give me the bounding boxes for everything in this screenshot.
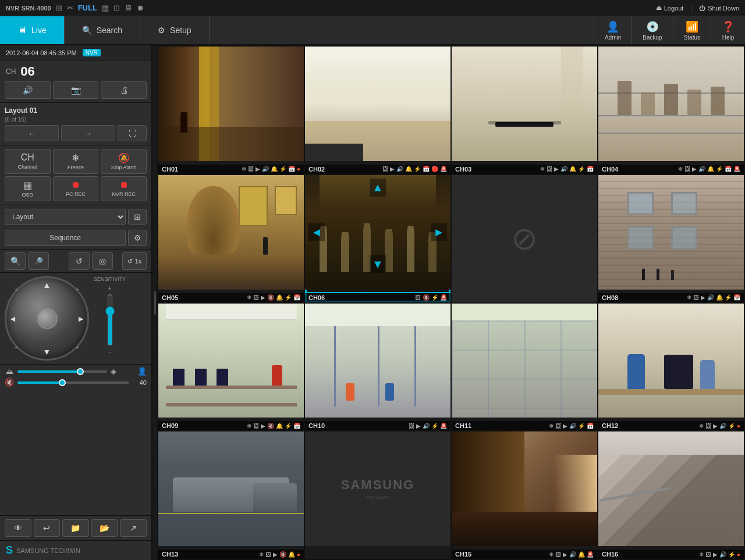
backup-button[interactable]: 💿 Backup bbox=[632, 16, 672, 44]
camera-cell-ch10[interactable]: CH10 🖼 ▶ 🔊 ⚡ 🚨 bbox=[305, 304, 450, 431]
ci6-img: 🖼 bbox=[415, 294, 421, 301]
ptz-tl: + bbox=[15, 286, 18, 293]
camera-cell-ch11[interactable]: CH11 ❄ 🖼 ▶ 🔊 ⚡ 📅 bbox=[452, 304, 597, 431]
brightness-slider[interactable] bbox=[17, 370, 107, 373]
topbar-icon-1[interactable]: ⊞ bbox=[56, 3, 62, 12]
cam-label-ch12: CH12 ❄ 🖼 ▶ 🔊 ⚡ ● bbox=[598, 421, 744, 430]
cam06-nav-right[interactable]: ► bbox=[431, 223, 447, 241]
topbar-icon-3[interactable]: FULL bbox=[78, 3, 97, 12]
folder-open-button[interactable]: 📁 bbox=[62, 519, 89, 537]
refresh-button[interactable]: ↺ bbox=[69, 252, 90, 270]
admin-button[interactable]: 👤 Admin bbox=[594, 16, 632, 44]
camera-cell-ch04[interactable]: CH04 ❄ 🖼 ▶ 🔊 🔔 ⚡ 📅 🚨 bbox=[598, 47, 744, 174]
ptz-wheel[interactable]: ▲ ▼ ◄ ► + + + + bbox=[5, 276, 89, 361]
ci-rec: ● bbox=[297, 166, 300, 172]
resize-handle[interactable] bbox=[152, 45, 157, 560]
speed-indicator: ↺ 1x bbox=[122, 252, 147, 270]
camera-cell-ch09[interactable]: CH09 ❄ 🖼 ▶ 🔇 🔔 ⚡ 📅 bbox=[158, 304, 304, 431]
camera-cell-ch12[interactable]: CH12 ❄ 🖼 ▶ 🔊 ⚡ ● bbox=[598, 304, 744, 431]
cam-label-ch08: CH08 ❄ 🖼 ▶ 🔊 🔔 ⚡ 📅 bbox=[598, 293, 744, 302]
ci5-play: ▶ bbox=[261, 294, 265, 301]
eye-button[interactable]: 👁 bbox=[5, 519, 31, 537]
pcrec-icon: ⏺ bbox=[71, 180, 80, 190]
layout-nav-row: ← → ⛶ bbox=[5, 125, 147, 141]
ci8-net: ⚡ bbox=[725, 294, 732, 301]
camera-cell-ch16[interactable]: CH16 ❄ 🖼 ▶ 🔊 ⚡ ● bbox=[598, 431, 744, 559]
layout-grid-button[interactable]: ⊞ bbox=[128, 209, 147, 225]
expand-button[interactable]: ⛶ bbox=[118, 125, 147, 141]
topbar-icon-2[interactable]: ✂ bbox=[67, 3, 73, 12]
sequence-config-button[interactable]: ⚙ bbox=[128, 230, 147, 246]
cam06-nav-up[interactable]: ▲ bbox=[370, 179, 386, 197]
tab-setup[interactable]: ⚙ Setup bbox=[140, 16, 210, 44]
ci9-play: ▶ bbox=[261, 423, 265, 429]
gear-icon: ⚙ bbox=[158, 26, 165, 35]
cam06-nav-left[interactable]: ◄ bbox=[308, 223, 325, 241]
search-icon: 🔍 bbox=[82, 26, 92, 35]
logout-button[interactable]: ⏏ Logout bbox=[656, 4, 684, 12]
status-button[interactable]: 📶 Status bbox=[673, 16, 711, 44]
prev-layout-button[interactable]: ← bbox=[5, 125, 59, 141]
snapshot-button[interactable]: 📷 bbox=[53, 81, 99, 99]
next-layout-button[interactable]: → bbox=[61, 125, 115, 141]
volume-slider[interactable] bbox=[17, 381, 129, 384]
pc-rec-button[interactable]: ⏺ PC REC bbox=[53, 176, 99, 201]
camera-cell-ch05[interactable]: CH05 ❄ 🖼 ▶ 🔇 🔔 ⚡ 📅 bbox=[158, 175, 304, 302]
tab-live[interactable]: 🖥 Live bbox=[0, 16, 65, 44]
topbar-icon-4[interactable]: ▦ bbox=[102, 3, 109, 12]
layout-sublabel: (6 of 16) bbox=[5, 116, 37, 123]
camera-cell-ch07[interactable]: ⊘ bbox=[452, 175, 597, 302]
topbar-icon-5[interactable]: ⊡ bbox=[113, 3, 120, 12]
tab-search[interactable]: 🔍 Search bbox=[65, 16, 140, 44]
camera-cell-ch03[interactable]: CH03 ❄ 🖼 ▶ 🔊 🔔 ⚡ 📅 bbox=[452, 47, 597, 174]
ci10-alarm: 🚨 bbox=[440, 423, 447, 429]
cam06-nav-down[interactable]: ▼ bbox=[370, 255, 386, 273]
ptz-down-button[interactable]: ▼ bbox=[43, 347, 51, 356]
samsung-logo-cam: SAMSUNG bbox=[341, 477, 414, 493]
stop-alarm-button[interactable]: 🔕 Stop Alarm bbox=[101, 149, 147, 174]
cam-label-ch01: CH01 ❄ 🖼 ▶ 🔊 🔔 ⚡ 📅 ● bbox=[158, 165, 304, 174]
audio-button[interactable]: 🔊 bbox=[5, 81, 51, 99]
nvr-rec-button[interactable]: ⏺ NVR REC bbox=[101, 176, 147, 201]
ci3-freeze: ❄ bbox=[540, 166, 545, 172]
ci4-img: 🖼 bbox=[684, 166, 690, 172]
ptz-left-button[interactable]: ◄ bbox=[9, 314, 17, 323]
ptz-control[interactable]: ▲ ▼ ◄ ► + + + + bbox=[5, 276, 89, 361]
cam-label-ch11: CH11 ❄ 🖼 ▶ 🔊 ⚡ 📅 bbox=[452, 421, 597, 430]
layout-select[interactable]: Layout Layout 01 Layout 02 bbox=[5, 209, 126, 225]
camera-cell-ch02[interactable]: CH02 🖼 ▶ 🔊 🔔 ⚡ 📅 🔴 🚨 bbox=[305, 47, 450, 174]
ptz-right-button[interactable]: ► bbox=[77, 314, 85, 323]
ptz-center-button[interactable] bbox=[37, 308, 58, 329]
camera-cell-ch01[interactable]: CH01 ❄ 🖼 ▶ 🔊 🔔 ⚡ 📅 ● bbox=[158, 47, 304, 174]
camera-cell-ch06[interactable]: ▲ ▼ ◄ ► CH06 🖼 🔇 ⚡ 🚨 bbox=[305, 175, 450, 302]
ci2-vol: 🔊 bbox=[396, 166, 403, 172]
ptz-up-button[interactable]: ▲ bbox=[43, 280, 51, 290]
export-button[interactable]: ↗ bbox=[120, 519, 147, 537]
sequence-button[interactable]: Sequence bbox=[5, 230, 126, 246]
ci11-vol: 🔊 bbox=[569, 423, 576, 429]
camera-cell-ch08[interactable]: CH08 ❄ 🖼 ▶ 🔊 🔔 ⚡ 📅 bbox=[598, 175, 744, 302]
ci9-vol: 🔇 bbox=[267, 423, 274, 429]
main-layout: 2012-06-04 08:45:35 PM NVR CH 06 🔊 📷 🖨 L… bbox=[0, 45, 745, 560]
help-button[interactable]: ❓ Help bbox=[711, 16, 745, 44]
sensitivity-slider[interactable] bbox=[104, 294, 116, 346]
camera-cell-ch13[interactable]: CH13 ❄ 🖼 ▶ 🔇 🔔 ● bbox=[158, 431, 304, 559]
camera-cell-ch15[interactable]: CH15 ❄ 🖼 ▶ 🔊 🔔 🚨 bbox=[452, 431, 597, 559]
channel-button[interactable]: CH Channel bbox=[5, 149, 51, 174]
ci13-img: 🖼 bbox=[265, 551, 271, 558]
aperture-button[interactable]: ◎ bbox=[92, 252, 113, 270]
freeze-button[interactable]: ❄ Freeze bbox=[53, 149, 99, 174]
topbar-icon-6[interactable]: 🖥 bbox=[125, 3, 132, 12]
zoom-in-button[interactable]: 🔍 bbox=[5, 252, 26, 270]
folder-save-button[interactable]: 📂 bbox=[91, 519, 118, 537]
ci4-cal: 📅 bbox=[725, 166, 732, 172]
zoom-out-button[interactable]: 🔎 bbox=[28, 252, 49, 270]
osd-button[interactable]: ▦ OSD bbox=[5, 176, 51, 201]
camera-cell-ch14[interactable]: SAMSUNG TECHWIN bbox=[305, 431, 450, 559]
shutdown-button[interactable]: ⏻ Shut Down bbox=[699, 5, 739, 12]
topbar-left: NVR SRN-4000 ⊞ ✂ FULL ▦ ⊡ 🖥 ⏺ bbox=[6, 3, 144, 12]
print-button[interactable]: 🖨 bbox=[101, 81, 147, 99]
help-icon: ❓ bbox=[722, 20, 735, 33]
loop-button[interactable]: ↩ bbox=[34, 519, 61, 537]
topbar-icon-7[interactable]: ⏺ bbox=[137, 3, 144, 12]
